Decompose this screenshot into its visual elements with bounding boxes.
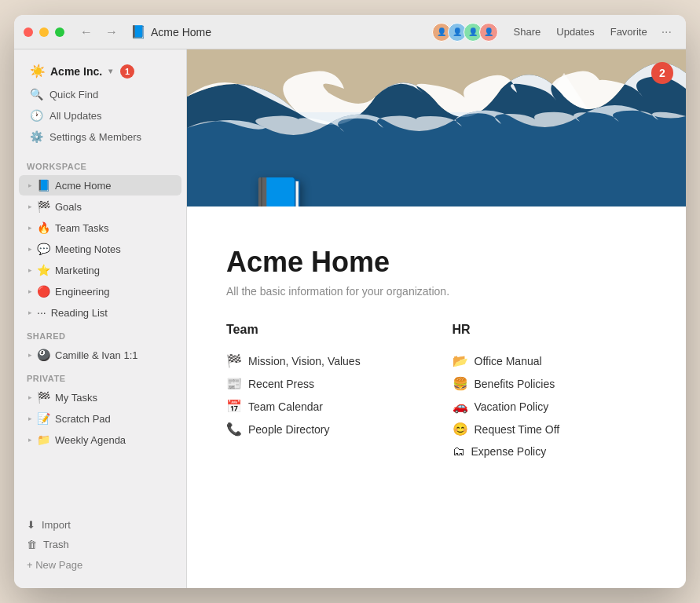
minimize-button[interactable] [39,27,49,37]
link-icon: 🏁 [226,353,242,368]
import-icon: ⬇ [27,519,35,531]
chevron-right-icon: ▸ [28,415,32,422]
import-item[interactable]: ⬇ Import [19,515,181,535]
link-label: Office Manual [475,355,542,367]
page-icon: 📘 [130,24,146,39]
all-updates-action[interactable]: 🕐 All Updates [24,105,177,126]
sidebar-item-private-2[interactable]: ▸ 📁 Weekly Agenda [19,429,181,450]
team-link-2[interactable]: 📅 Team Calendar [226,395,421,418]
more-options-button[interactable]: ··· [657,22,676,42]
item-label: Engineering [55,286,175,298]
hr-links: 📂 Office Manual 🍔 Benefits Policies 🚗 Va… [453,349,647,462]
team-link-3[interactable]: 📞 People Directory [226,418,421,440]
quick-find-label: Quick Find [49,89,98,100]
back-button[interactable]: ← [77,24,96,41]
quick-find-action[interactable]: 🔍 Quick Find [24,84,177,104]
link-icon: 📰 [226,376,242,391]
new-page-button[interactable]: + New Page [19,554,181,576]
page-subtitle: All the basic information for your organ… [226,285,647,298]
shared-items: ▸ 🎱 Camille & Ivan 1:1 [14,344,186,366]
sidebar-item-private-1[interactable]: ▸ 📝 Scratch Pad [19,408,181,429]
item-label: Acme Home [55,180,175,192]
share-button[interactable]: Share [508,23,548,41]
hr-link-3[interactable]: 😊 Request Time Off [453,418,647,440]
private-items: ▸ 🏁 My Tasks ▸ 📝 Scratch Pad ▸ 📁 Weekly … [14,386,186,451]
sidebar-item-workspace-4[interactable]: ▸ ⭐ Marketing [19,260,181,280]
sidebar-item-workspace-0[interactable]: ▸ 📘 Acme Home [19,175,181,196]
sidebar-item-workspace-2[interactable]: ▸ 🔥 Team Tasks [19,217,181,238]
link-label: Mission, Vision, Values [248,355,361,367]
workspace-emoji: ☀️ [30,64,46,79]
sidebar-item-workspace-1[interactable]: ▸ 🏁 Goals [19,196,181,217]
forward-button[interactable]: → [102,24,121,41]
sidebar-item-workspace-5[interactable]: ▸ 🔴 Engineering [19,281,181,302]
content-area: 📘 2 Acme Home All the basic information … [187,49,686,588]
chevron-right-icon: ▸ [28,351,32,359]
traffic-lights [24,27,64,37]
item-label: Team Tasks [55,222,175,234]
sidebar: ☀️ Acme Inc. ▾ 1 🔍 Quick Find 🕐 All Upda… [14,49,187,588]
link-label: People Directory [248,423,330,436]
new-page-label: + New Page [27,559,82,571]
workspace-items: ▸ 📘 Acme Home ▸ 🏁 Goals ▸ 🔥 Team Tasks ▸… [14,174,186,323]
updates-button[interactable]: Updates [550,23,600,41]
settings-action[interactable]: ⚙️ Settings & Members [24,126,177,147]
link-icon: 😊 [453,422,468,437]
trash-icon: 🗑 [27,539,37,550]
chevron-right-icon: ▸ [28,224,32,232]
team-link-0[interactable]: 🏁 Mission, Vision, Values [226,349,421,372]
chevron-right-icon: ▸ [28,436,32,444]
nav-buttons: ← → [77,24,121,41]
hr-link-1[interactable]: 🍔 Benefits Policies [453,372,647,395]
link-icon: 📅 [226,399,242,414]
main-layout: ☀️ Acme Inc. ▾ 1 🔍 Quick Find 🕐 All Upda… [14,49,686,588]
sidebar-item-shared-0[interactable]: ▸ 🎱 Camille & Ivan 1:1 [19,345,181,365]
columns: Team 🏁 Mission, Vision, Values 📰 Recent … [226,323,647,462]
close-button[interactable] [24,27,33,37]
item-icon: ··· [37,306,46,319]
hr-column: HR 📂 Office Manual 🍔 Benefits Policies 🚗… [453,323,647,462]
avatar-group: 👤 👤 👤 👤 [432,23,498,42]
book-icon: 📘 [250,174,309,206]
team-link-1[interactable]: 📰 Recent Press [226,372,421,395]
page-title: Acme Home [226,246,647,279]
hr-link-2[interactable]: 🚗 Vacation Policy [453,395,647,418]
shared-section-label: SHARED [14,323,186,344]
item-label: Scratch Pad [55,413,175,425]
chevron-right-icon: ▸ [28,266,32,274]
chevron-right-icon: ▸ [28,181,32,189]
sidebar-top: ☀️ Acme Inc. ▾ 1 🔍 Quick Find 🕐 All Upda… [14,49,186,154]
badge-2: 2 [651,62,673,84]
item-label: Camille & Ivan 1:1 [55,349,175,361]
workspace-label: Acme Inc. [50,65,102,78]
sidebar-item-workspace-6[interactable]: ▸ ··· Reading List [19,302,181,323]
item-icon: 🎱 [37,349,50,361]
maximize-button[interactable] [55,27,64,37]
titlebar-actions: 👤 👤 👤 👤 Share Updates Favorite ··· [432,22,676,42]
item-label: Goals [55,201,175,213]
notification-badge: 1 [120,64,134,79]
search-icon: 🔍 [30,88,43,100]
favorite-button[interactable]: Favorite [604,23,654,41]
hr-link-4[interactable]: 🗂 Expense Policy [453,440,647,462]
item-label: Meeting Notes [55,243,175,255]
sidebar-item-workspace-3[interactable]: ▸ 💬 Meeting Notes [19,239,181,259]
sidebar-item-private-0[interactable]: ▸ 🏁 My Tasks [19,387,181,407]
hr-link-0[interactable]: 📂 Office Manual [453,349,647,372]
app-window: ← → 📘 Acme Home 👤 👤 👤 👤 Share Updates Fa… [14,15,686,588]
link-icon: 📞 [226,422,242,437]
workspace-name[interactable]: ☀️ Acme Inc. ▾ 1 [24,59,177,83]
page-content: Acme Home All the basic information for … [187,206,686,588]
item-label: My Tasks [55,392,175,404]
settings-label: Settings & Members [49,131,141,143]
item-icon: 📝 [37,412,50,425]
clock-icon: 🕐 [30,109,43,122]
link-label: Recent Press [248,378,314,390]
item-icon: 📁 [37,433,50,446]
item-icon: 💬 [37,243,50,255]
private-section-label: PRIVATE [14,366,186,386]
team-column: Team 🏁 Mission, Vision, Values 📰 Recent … [226,323,421,462]
trash-item[interactable]: 🗑 Trash [19,535,181,554]
link-label: Team Calendar [248,400,323,413]
item-label: Marketing [55,265,175,276]
